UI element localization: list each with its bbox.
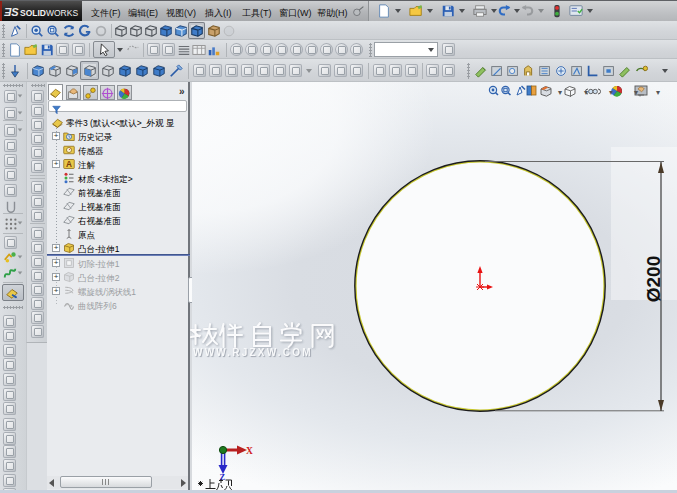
svg-text:Ø200: Ø200 [643, 256, 664, 302]
svg-text:X: X [246, 446, 253, 456]
svg-text:A: A [66, 160, 72, 169]
